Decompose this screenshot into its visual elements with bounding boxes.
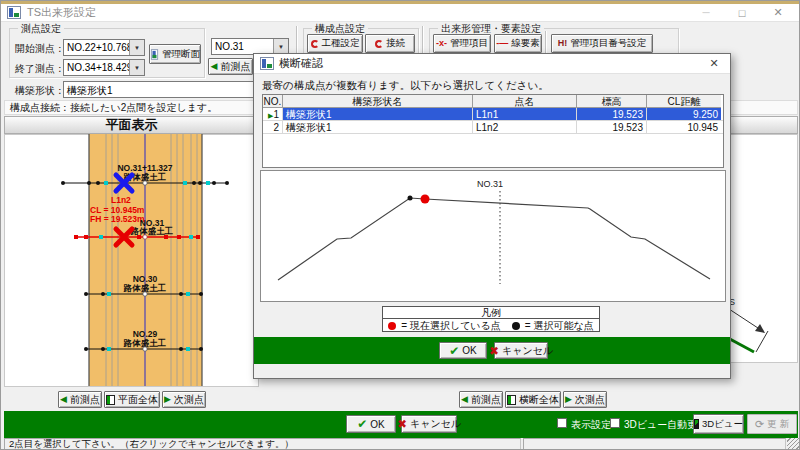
item-number-button[interactable]: H! 管理項目番号設定 [551, 34, 653, 53]
table-row[interactable]: ▶1 構築形状1 L1n1 19.523 9.250 [263, 108, 723, 121]
cl-distance-cell: 10.945 [647, 121, 721, 133]
cross-section-confirm-dialog: 横断確認 ✕ 最寄の構成点が複数有ります。以下から選択してください。 NO. 構… [253, 53, 731, 379]
status-bar-left: 2点目を選択して下さい。（右クリックでキャンセルできます。） [4, 438, 521, 450]
app-icon [7, 6, 21, 19]
section-next-button[interactable]: ▶ 次測点 [563, 391, 607, 408]
chevron-down-icon[interactable]: ▼ [129, 40, 144, 55]
row-number-cell: ▶1 [263, 108, 283, 120]
dialog-action-bar: ✔ OK ✖ キャンセル [254, 337, 730, 364]
plan-next-button[interactable]: ▶ 次測点 [162, 391, 206, 408]
dialog-cancel-button[interactable]: ✖ キャンセル [494, 342, 548, 359]
plan-panel-header: 平面表示 [4, 116, 259, 134]
info-bar-message: 構成点接続：接続したい2点間を設定します。 [5, 101, 217, 115]
x-icon: ✖ [397, 418, 407, 430]
legend-current-label: = 現在選択している点 [401, 319, 501, 333]
refresh-icon: ⟳ [755, 418, 764, 431]
start-station-select[interactable]: NO.22+10.768 ▼ [63, 39, 145, 56]
line-element-button[interactable]: -— 線要素 [494, 34, 542, 53]
current-selected-point [421, 195, 430, 204]
check-icon: ✔ [449, 345, 459, 357]
next-arrow-icon: ▶ [164, 395, 171, 404]
minimize-button[interactable]: ─ [691, 7, 721, 18]
whole-view-icon [106, 395, 115, 405]
table-row[interactable]: 2 構築形状1 L1n2 19.523 10.945 [263, 121, 723, 134]
candidate-table[interactable]: NO. 構築形状名 点名 標高 CL距離 ▶1 構築形状1 L1n1 19.52… [262, 94, 724, 168]
resize-grip[interactable] [787, 438, 799, 450]
manage-item-button[interactable]: -x- 管理項目 [433, 34, 491, 53]
manage-section-icon [151, 49, 158, 59]
selectable-point [408, 196, 413, 201]
dialog-close-button[interactable]: ✕ [704, 57, 724, 70]
elevation-cell: 19.523 [577, 108, 647, 120]
display-setting-label: 表示設定 [571, 418, 611, 432]
row-number-cell: 2 [263, 121, 283, 133]
legend-title: 凡例 [383, 307, 599, 319]
dialog-message: 最寄の構成点が複数有ります。以下から選択してください。 [262, 79, 549, 93]
station-settings-group-title: 測点設定 [18, 22, 64, 36]
section-arrowhead [755, 324, 765, 333]
cl-distance-cell: 9.250 [647, 108, 721, 120]
app-window: TS出来形設定 ─ □ ✕ 測点設定 開始測点： NO.22+10.768 ▼ … [0, 0, 800, 450]
dialog-title-bar: 横断確認 ✕ [254, 54, 730, 74]
section-diagram[interactable]: NO.31 [261, 171, 725, 301]
col-header-elevation: 標高 [577, 95, 647, 108]
plan-view-drawing[interactable]: NO.31+11.327 路体盛土工 L1n2 CL = 10.945m FH … [4, 134, 259, 387]
section-profile [278, 198, 710, 280]
selected-point-fh: FH = 19.523m [90, 214, 145, 224]
connect-button[interactable]: 接続 [365, 34, 415, 53]
title-bar: TS出来形設定 ─ □ ✕ [1, 4, 799, 22]
plan-whole-button[interactable]: 平面全体 [104, 391, 160, 408]
manage-section-button[interactable]: 管理断面 [149, 44, 201, 64]
end-station-label: 終了測点： [15, 62, 65, 76]
current-station-value: NO.31 [212, 39, 273, 54]
col-header-point: 点名 [473, 95, 577, 108]
point-cell: L1n1 [473, 108, 577, 120]
close-button[interactable]: ✕ [763, 6, 793, 19]
line-element-icon: -— [496, 39, 508, 48]
worktype-button[interactable]: 工種設定 [307, 34, 363, 53]
display-setting-checkbox[interactable] [557, 418, 567, 428]
prev-arrow-icon: ◀ [211, 62, 218, 71]
prev-arrow-icon: ◀ [461, 395, 468, 404]
selected-point-name: L1n2 [111, 195, 131, 205]
connect-icon [375, 40, 383, 48]
red-dot-icon [388, 322, 396, 330]
dialog-title: 横断確認 [279, 56, 699, 71]
action-bar: ✔ OK ✖ キャンセル 表示設定 3Dビュー自動更新 3Dビュー ⟳ 更 新 [4, 411, 798, 438]
start-station-label: 開始測点： [15, 42, 65, 56]
section-green-line [728, 338, 754, 352]
elevation-cell: 19.523 [577, 121, 647, 133]
black-dot-icon [512, 322, 520, 330]
view3d-button[interactable]: 3Dビュー [693, 414, 744, 434]
end-station-select[interactable]: NO.34+18.429 ▼ [63, 59, 145, 76]
section-prev-button[interactable]: ◀ 前測点 [459, 391, 503, 408]
chevron-down-icon[interactable]: ▼ [129, 60, 144, 75]
item-number-icon: H! [558, 39, 568, 48]
legend-selectable-label: = 選択可能な点 [525, 319, 594, 333]
status-message: 2点目を選択して下さい。（右クリックでキャンセルできます。） [5, 438, 294, 450]
diagram-station-label: NO.31 [477, 179, 503, 189]
prev-station-button[interactable]: ◀ 前測点 [208, 58, 253, 75]
status-bar-right [523, 438, 786, 450]
whole-view-icon [507, 395, 516, 405]
legend-box: 凡例 = 現在選択している点 = 選択可能な点 [382, 306, 600, 332]
shape-cell: 構築形状1 [283, 108, 473, 120]
dialog-icon [260, 57, 274, 70]
col-header-no: NO. [263, 95, 283, 108]
maximize-button[interactable]: □ [727, 7, 757, 19]
shape-label: 構築形状： [15, 84, 65, 98]
ok-button[interactable]: ✔ OK [346, 415, 396, 433]
x-icon: ✖ [489, 345, 499, 357]
station-work-label: 路体盛土工 [130, 226, 174, 236]
check-icon: ✔ [357, 418, 367, 430]
chevron-down-icon[interactable]: ▼ [273, 39, 288, 54]
cancel-button[interactable]: ✖ キャンセル [401, 415, 457, 433]
section-whole-button[interactable]: 横断全体 [505, 391, 561, 408]
next-arrow-icon: ▶ [565, 395, 572, 404]
plan-prev-button[interactable]: ◀ 前測点 [58, 391, 102, 408]
window-title: TS出来形設定 [27, 5, 685, 20]
prev-arrow-icon: ◀ [60, 395, 67, 404]
dialog-ok-button[interactable]: ✔ OK [439, 342, 487, 359]
auto-update-checkbox[interactable] [610, 418, 620, 428]
col-header-cl: CL距離 [647, 95, 721, 108]
